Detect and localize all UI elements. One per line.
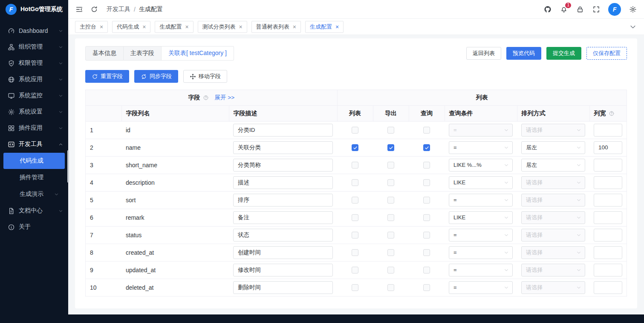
condition-select[interactable]: = bbox=[449, 264, 513, 276]
user-avatar[interactable]: F bbox=[608, 3, 621, 16]
sidebar-item-plugin-app[interactable]: 插件应用 bbox=[0, 120, 68, 136]
field-desc-input[interactable] bbox=[233, 281, 333, 294]
sidebar-item-docs[interactable]: 文档中心 bbox=[0, 203, 68, 219]
list-checkbox[interactable] bbox=[352, 197, 358, 204]
refresh-icon[interactable] bbox=[90, 5, 98, 14]
query-checkbox[interactable] bbox=[423, 284, 430, 291]
list-checkbox[interactable] bbox=[352, 127, 358, 134]
config-tab-2[interactable]: 关联表[ testCategory ] bbox=[162, 46, 234, 61]
query-checkbox[interactable] bbox=[423, 197, 430, 204]
column-width-input[interactable] bbox=[594, 141, 622, 154]
field-desc-input[interactable] bbox=[233, 194, 333, 207]
export-checkbox[interactable] bbox=[387, 232, 394, 239]
expand-link[interactable]: 展开 >> bbox=[215, 94, 235, 102]
field-desc-input[interactable] bbox=[233, 264, 333, 276]
list-checkbox[interactable] bbox=[352, 214, 358, 221]
condition-select[interactable]: LIKE bbox=[449, 211, 513, 224]
list-checkbox[interactable] bbox=[352, 144, 358, 151]
align-select[interactable]: 居左 bbox=[521, 141, 585, 154]
condition-select[interactable]: LIKE %...% bbox=[449, 159, 513, 172]
save-config-button[interactable]: 仅保存配置 bbox=[586, 47, 627, 60]
config-tab-1[interactable]: 主表字段 bbox=[124, 46, 162, 61]
list-checkbox[interactable] bbox=[352, 232, 358, 239]
column-width-input[interactable] bbox=[594, 176, 622, 189]
sidebar-item-system-app[interactable]: 系统应用 bbox=[0, 71, 68, 87]
export-checkbox[interactable] bbox=[387, 284, 394, 291]
field-desc-input[interactable] bbox=[233, 211, 333, 224]
reset-fields-button[interactable]: 重置字段 bbox=[85, 70, 129, 83]
align-select[interactable]: 居左 bbox=[521, 159, 585, 172]
nav-tab-4[interactable]: 普通树表列表× bbox=[251, 21, 301, 33]
submit-button[interactable]: 提交生成 bbox=[546, 47, 581, 60]
close-icon[interactable]: × bbox=[239, 24, 243, 30]
breadcrumb-section[interactable]: 开发工具 bbox=[107, 6, 130, 13]
chevron-down-icon[interactable] bbox=[629, 23, 637, 31]
help-icon[interactable] bbox=[609, 111, 615, 116]
column-width-input[interactable] bbox=[594, 264, 622, 276]
field-desc-input[interactable] bbox=[233, 176, 333, 189]
sidebar-item-system-settings[interactable]: 系统设置 bbox=[0, 104, 68, 120]
lock-icon[interactable] bbox=[576, 5, 584, 14]
field-desc-input[interactable] bbox=[233, 229, 333, 242]
column-width-input[interactable] bbox=[594, 281, 622, 294]
condition-select[interactable]: = bbox=[449, 194, 513, 207]
sync-fields-button[interactable]: 同步字段 bbox=[134, 70, 178, 83]
sidebar-subitem-code-generation[interactable]: 代码生成 bbox=[3, 153, 65, 169]
condition-select[interactable]: = bbox=[449, 246, 513, 259]
list-checkbox[interactable] bbox=[352, 249, 358, 256]
query-checkbox[interactable] bbox=[423, 232, 430, 239]
nav-tab-5[interactable]: 生成配置× bbox=[305, 21, 344, 33]
column-width-input[interactable] bbox=[594, 229, 622, 242]
move-fields-button[interactable]: 移动字段 bbox=[183, 70, 227, 83]
config-tab-0[interactable]: 基本信息 bbox=[85, 46, 124, 61]
query-checkbox[interactable] bbox=[423, 162, 430, 169]
field-desc-input[interactable] bbox=[233, 141, 333, 154]
app-logo[interactable]: F HotGo管理系统 bbox=[0, 0, 68, 19]
fullscreen-icon[interactable] bbox=[592, 5, 601, 14]
condition-select[interactable]: = bbox=[449, 229, 513, 242]
nav-tab-0[interactable]: 主控台× bbox=[75, 21, 108, 33]
export-checkbox[interactable] bbox=[387, 162, 394, 169]
close-icon[interactable]: × bbox=[100, 24, 103, 30]
condition-select[interactable]: = bbox=[449, 281, 513, 294]
field-desc-input[interactable] bbox=[233, 246, 333, 259]
field-desc-input[interactable] bbox=[233, 124, 333, 137]
preview-button[interactable]: 预览代码 bbox=[506, 47, 541, 60]
sidebar-item-dashboard[interactable]: Dashboard bbox=[0, 23, 68, 39]
query-checkbox[interactable] bbox=[423, 127, 430, 134]
nav-tab-3[interactable]: 测试分类列表× bbox=[198, 21, 247, 33]
help-icon[interactable] bbox=[203, 95, 209, 101]
gear-icon[interactable] bbox=[629, 5, 637, 14]
query-checkbox[interactable] bbox=[423, 179, 430, 186]
field-desc-input[interactable] bbox=[233, 159, 333, 172]
column-width-input[interactable] bbox=[594, 159, 622, 172]
column-width-input[interactable] bbox=[594, 124, 622, 137]
export-checkbox[interactable] bbox=[387, 179, 394, 186]
sidebar-item-permission[interactable]: 权限管理 bbox=[0, 55, 68, 71]
list-checkbox[interactable] bbox=[352, 179, 358, 186]
sidebar-item-system-monitor[interactable]: 系统监控 bbox=[0, 87, 68, 104]
sidebar-scrollbar[interactable] bbox=[67, 150, 69, 183]
github-icon[interactable] bbox=[543, 5, 552, 14]
column-width-input[interactable] bbox=[594, 211, 622, 224]
export-checkbox[interactable] bbox=[387, 127, 394, 134]
sidebar-item-dev-tools[interactable]: 开发工具 bbox=[0, 136, 68, 152]
nav-tab-1[interactable]: 代码生成× bbox=[112, 21, 150, 33]
sidebar-subitem-generation-demo[interactable]: 生成演示 bbox=[3, 186, 65, 202]
list-checkbox[interactable] bbox=[352, 284, 358, 291]
close-icon[interactable]: × bbox=[335, 24, 339, 30]
query-checkbox[interactable] bbox=[423, 249, 430, 256]
export-checkbox[interactable] bbox=[387, 197, 394, 204]
export-checkbox[interactable] bbox=[387, 144, 394, 151]
nav-tab-2[interactable]: 生成配置× bbox=[155, 21, 193, 33]
collapse-icon[interactable] bbox=[75, 5, 84, 14]
condition-select[interactable]: = bbox=[449, 141, 513, 154]
column-width-input[interactable] bbox=[594, 246, 622, 259]
query-checkbox[interactable] bbox=[423, 144, 430, 151]
query-checkbox[interactable] bbox=[423, 214, 430, 221]
close-icon[interactable]: × bbox=[142, 24, 146, 30]
export-checkbox[interactable] bbox=[387, 267, 394, 274]
sidebar-subitem-plugin-manage[interactable]: 插件管理 bbox=[3, 169, 65, 186]
sidebar-item-organization[interactable]: 组织管理 bbox=[0, 39, 68, 55]
list-checkbox[interactable] bbox=[352, 267, 358, 274]
